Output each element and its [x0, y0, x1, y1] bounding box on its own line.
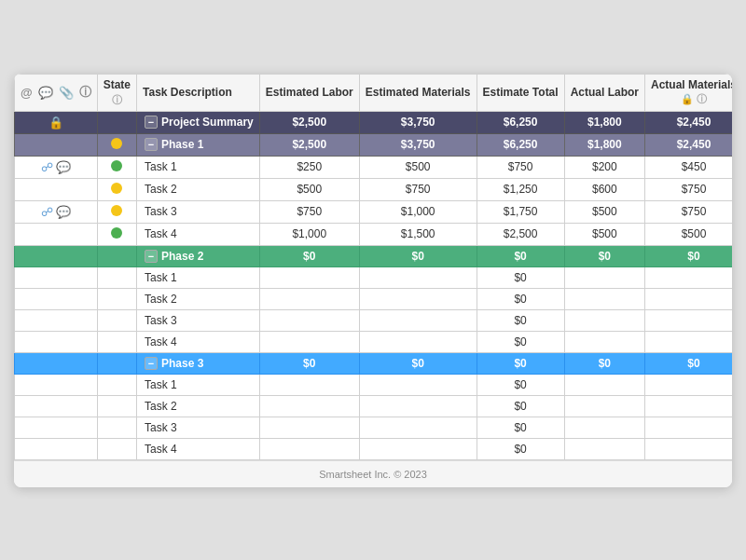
- task-label: Task 1: [145, 160, 177, 173]
- collapse-button[interactable]: −: [145, 357, 158, 370]
- col-header-est-mat: Estimated Materials: [359, 74, 477, 111]
- cell-act-labor[interactable]: $200: [564, 156, 644, 178]
- cell-state: [97, 417, 136, 438]
- cell-task[interactable]: Task 4: [137, 438, 260, 459]
- table-row: Task 4$0: [15, 331, 733, 352]
- cell-task[interactable]: Task 3: [137, 417, 260, 438]
- cell-state: [97, 395, 136, 417]
- status-dot-yellow: [111, 183, 122, 194]
- cell-act-mat: [644, 331, 732, 352]
- table-row: Task 2$0: [15, 288, 733, 309]
- cell-icons: ☍ 💬: [15, 200, 98, 223]
- cell-icons: [15, 288, 98, 309]
- collapse-button[interactable]: −: [145, 116, 158, 129]
- table-row: Task 3$0: [15, 309, 733, 331]
- comment-icon[interactable]: 💬: [56, 205, 71, 219]
- cell-est-labor: $500: [259, 178, 359, 200]
- cell-act-mat: [644, 438, 732, 459]
- task-label: Phase 2: [161, 250, 203, 263]
- cell-state: [97, 309, 136, 331]
- cell-est-labor: [259, 417, 359, 438]
- col-header-est-labor: Estimated Labor: [259, 74, 359, 111]
- cell-act-mat[interactable]: $450: [644, 156, 732, 178]
- cell-act-labor: [564, 417, 644, 438]
- task-label: Task 4: [145, 443, 177, 456]
- cell-act-labor: $1,800: [564, 111, 644, 133]
- cell-act-mat: [644, 288, 732, 309]
- cell-state: [97, 178, 136, 200]
- task-label: Task 3: [145, 314, 177, 327]
- cell-icons: [15, 331, 98, 352]
- cell-act-labor: $0: [564, 245, 644, 266]
- cell-est-total: $0: [477, 352, 564, 374]
- cell-act-mat: $2,450: [644, 111, 732, 133]
- cell-est-labor: $0: [259, 245, 359, 266]
- task-label: Task 2: [145, 183, 177, 196]
- cell-task[interactable]: Task 4: [137, 223, 260, 245]
- cell-est-mat: [359, 438, 477, 459]
- cell-est-mat: [359, 309, 477, 331]
- cell-est-mat: $3,750: [359, 133, 477, 156]
- cell-est-labor: [259, 309, 359, 331]
- task-label: Task 4: [145, 227, 177, 240]
- cell-est-total: $0: [477, 417, 564, 438]
- attach-icon[interactable]: 📎: [59, 86, 74, 100]
- cell-est-total: $2,500: [477, 223, 564, 245]
- cell-est-mat: [359, 266, 477, 288]
- table-row: Task 2$500$750$1,250$600$750: [15, 178, 733, 200]
- cell-task[interactable]: Task 3: [137, 309, 260, 331]
- table-row: ☍ 💬Task 3$750$1,000$1,750$500$750: [15, 200, 733, 223]
- cell-est-labor[interactable]: $250: [259, 156, 359, 178]
- cell-task[interactable]: Task 2: [137, 288, 260, 309]
- link-icon[interactable]: ☍: [41, 160, 53, 174]
- col-est-labor-label: Estimated Labor: [266, 86, 353, 99]
- cell-est-labor: $2,500: [259, 133, 359, 156]
- lock-icon: 🔒: [48, 116, 63, 130]
- cell-est-total[interactable]: $750: [477, 156, 564, 178]
- cell-state: [97, 438, 136, 459]
- comment-icon[interactable]: 💬: [56, 160, 71, 174]
- cell-task[interactable]: −Project Summary: [137, 111, 260, 133]
- cell-state: [97, 133, 136, 156]
- collapse-button[interactable]: −: [145, 250, 158, 263]
- cell-act-labor: [564, 288, 644, 309]
- comment-icon[interactable]: 💬: [38, 86, 53, 100]
- cell-act-mat: $0: [644, 352, 732, 374]
- cell-task[interactable]: Task 3: [137, 200, 260, 223]
- cell-task[interactable]: −Phase 2: [137, 245, 260, 266]
- cell-act-labor: [564, 309, 644, 331]
- cell-est-mat[interactable]: $500: [359, 156, 477, 178]
- cell-est-total: $0: [477, 245, 564, 266]
- cell-task[interactable]: −Phase 3: [137, 352, 260, 374]
- cell-task[interactable]: Task 2: [137, 395, 260, 417]
- cell-icons: [15, 309, 98, 331]
- task-label: Project Summary: [161, 116, 254, 129]
- collapse-button[interactable]: −: [145, 138, 158, 151]
- cell-est-total: $6,250: [477, 111, 564, 133]
- col-task-label: Task Description: [143, 86, 232, 99]
- at-icon[interactable]: @: [21, 86, 33, 100]
- col-header-act-mat: Actual Materials 🔒 ⓘ: [644, 74, 732, 111]
- cell-task[interactable]: Task 2: [137, 178, 260, 200]
- cell-task[interactable]: −Phase 1: [137, 133, 260, 156]
- table-row: Task 4$0: [15, 438, 733, 459]
- task-label: Task 2: [145, 293, 177, 306]
- cell-est-total: $0: [477, 288, 564, 309]
- cell-state: [97, 245, 136, 266]
- cell-act-labor: $600: [564, 178, 644, 200]
- task-label: Task 4: [145, 335, 177, 348]
- info-icon[interactable]: ⓘ: [79, 84, 91, 101]
- cell-task[interactable]: Task 4: [137, 331, 260, 352]
- cell-icons: [15, 245, 98, 266]
- cell-est-labor: $1,000: [259, 223, 359, 245]
- cell-task[interactable]: Task 1: [137, 374, 260, 395]
- cell-task[interactable]: Task 1: [137, 156, 260, 178]
- link-icon[interactable]: ☍: [41, 205, 53, 219]
- cell-icons: [15, 223, 98, 245]
- cell-est-total: $0: [477, 266, 564, 288]
- cell-act-mat: $750: [644, 178, 732, 200]
- col-header-est-total: Estimate Total: [477, 74, 564, 111]
- cell-task[interactable]: Task 1: [137, 266, 260, 288]
- table-row: Task 2$0: [15, 395, 733, 417]
- cell-act-mat: [644, 309, 732, 331]
